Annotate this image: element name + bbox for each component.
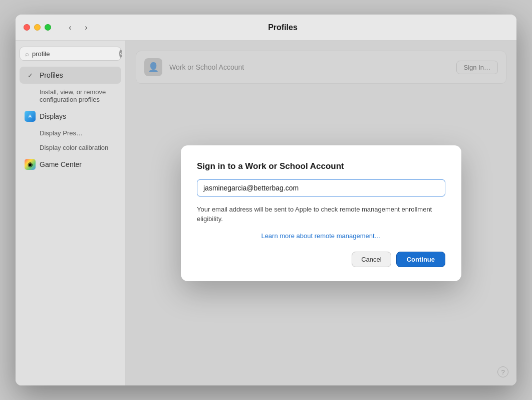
main-window: ‹ › Profiles ⌕ × ✓ Profiles Install, vie… <box>16 15 516 385</box>
sidebar-item-profiles-label: Profiles <box>40 71 63 79</box>
modal-dialog: Sign in to a Work or School Account Your… <box>181 145 461 281</box>
sidebar-displays-sub-2[interactable]: Display color calibration <box>20 141 121 154</box>
profiles-icon: ✓ <box>25 70 36 81</box>
minimize-button[interactable] <box>34 24 41 31</box>
sidebar-item-gamecenter[interactable]: ◉ Game Center <box>20 156 121 173</box>
modal-title: Sign in to a Work or School Account <box>197 161 445 171</box>
sidebar-item-profiles[interactable]: ✓ Profiles <box>20 67 121 84</box>
search-clear-button[interactable]: × <box>119 50 122 58</box>
search-icon: ⌕ <box>25 50 29 58</box>
search-bar[interactable]: ⌕ × <box>20 47 121 61</box>
modal-buttons: Cancel Continue <box>197 252 445 267</box>
gamecenter-icon: ◉ <box>25 159 36 170</box>
cancel-button[interactable]: Cancel <box>352 252 391 267</box>
modal-overlay: Sign in to a Work or School Account Your… <box>126 41 516 385</box>
titlebar: ‹ › Profiles <box>16 15 516 41</box>
main-content: ⌕ × ✓ Profiles Install, view, or remove … <box>16 41 516 385</box>
sidebar-displays-sub-1[interactable]: Display Pres… <box>20 127 121 139</box>
page-title: Profiles <box>57 23 508 32</box>
sidebar-item-displays[interactable]: ☀ Displays <box>20 108 121 125</box>
close-button[interactable] <box>24 24 30 31</box>
email-input[interactable] <box>197 179 445 196</box>
sidebar-item-displays-label: Displays <box>40 112 66 120</box>
displays-icon: ☀ <box>25 111 36 122</box>
learn-more-link[interactable]: Learn more about remote management… <box>197 232 445 240</box>
maximize-button[interactable] <box>45 24 51 31</box>
sidebar: ⌕ × ✓ Profiles Install, view, or remove … <box>16 41 126 385</box>
right-pane: 👤 Work or School Account Sign In… ? Sign… <box>126 41 516 385</box>
sidebar-item-gamecenter-label: Game Center <box>40 160 82 168</box>
search-input[interactable] <box>32 50 116 58</box>
sidebar-profiles-sub: Install, view, or remove configuration p… <box>20 86 121 106</box>
traffic-lights <box>24 24 51 31</box>
modal-description: Your email address will be sent to Apple… <box>197 205 445 224</box>
continue-button[interactable]: Continue <box>396 252 445 267</box>
